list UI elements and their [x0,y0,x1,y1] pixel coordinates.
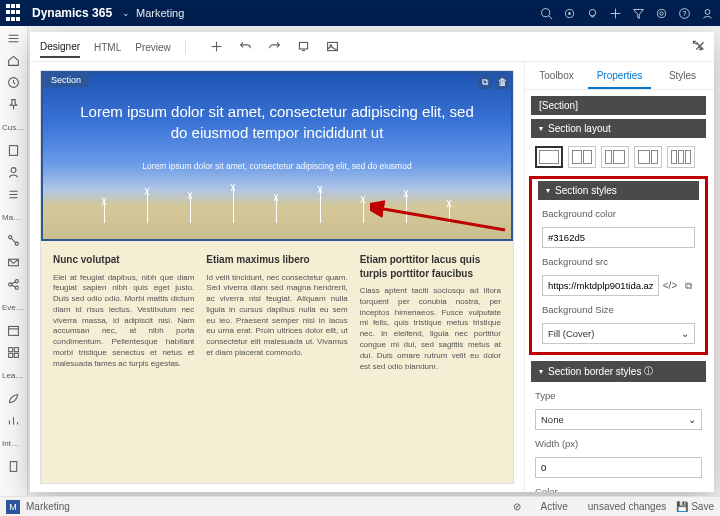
app-topbar: Dynamics 365 ⌄ Marketing ? [0,0,720,26]
leaf-icon[interactable] [7,392,20,405]
flow-icon[interactable] [7,234,20,247]
svg-point-25 [9,283,12,286]
bg-color-input[interactable] [542,227,695,248]
layout-3col[interactable] [667,146,695,168]
svg-rect-28 [9,326,19,335]
svg-point-26 [15,280,18,283]
col1-heading: Nunc volutpat [53,253,194,267]
tab-designer[interactable]: Designer [40,41,80,58]
bg-color-label: Background color [542,208,695,219]
copy-icon[interactable]: ⧉ [478,75,492,89]
device-icon[interactable] [297,40,310,53]
tab-html[interactable]: HTML [94,42,121,57]
section-tag: Section [43,73,89,87]
design-canvas[interactable]: Section ⧉ 🗑 Lorem ipsum dolor sit amet, … [40,70,514,484]
avatar-icon[interactable] [701,7,714,20]
person-icon[interactable] [7,166,20,179]
hero-subtitle: Lorem ipsum dolor sit amet, consectetur … [77,161,477,171]
module-badge[interactable]: M [6,500,20,514]
layout-2col[interactable] [568,146,596,168]
svg-point-8 [657,9,665,17]
pin-icon[interactable] [7,98,20,111]
target-icon[interactable] [563,7,576,20]
mail-icon[interactable] [7,256,20,269]
layout-2-1[interactable] [634,146,662,168]
grid-icon[interactable] [7,346,20,359]
chevron-down-icon[interactable]: ⌄ [122,8,130,18]
menu-icon[interactable] [7,32,20,45]
left-nav-rail: Cus… Ma… Eve… Lea… Int… [0,26,28,496]
list-icon[interactable] [7,188,20,201]
code-icon[interactable]: </> [663,279,677,293]
search-icon[interactable] [540,7,553,20]
save-button[interactable]: Save [691,501,714,512]
hero-section[interactable]: Section ⧉ 🗑 Lorem ipsum dolor sit amet, … [41,71,513,241]
layout-1col[interactable] [535,146,563,168]
rail-group-int: Int… [0,436,19,451]
bg-size-value: Fill (Cover) [548,328,594,339]
bg-size-label: Background Size [542,304,695,315]
column-1: Nunc volutpat Elei at feugiat dapibus, n… [53,253,194,471]
unsaved-text: unsaved changes [588,501,666,512]
rail-group-eve: Eve… [0,300,24,315]
book-icon[interactable] [7,144,20,157]
share-icon[interactable] [7,278,20,291]
border-width-label: Width (px) [535,438,702,449]
border-width-input[interactable] [535,457,702,478]
svg-rect-37 [10,462,17,472]
plus-icon[interactable] [609,7,622,20]
copy-icon[interactable]: ⧉ [681,279,695,293]
status-text: Active [541,501,568,512]
bg-size-select[interactable]: Fill (Cover) ⌄ [542,323,695,344]
properties-scroll[interactable]: [Section] Section layout Section styles … [525,90,714,492]
col3-heading: Etiam porttitor lacus quis turpis portti… [360,253,501,280]
border-type-label: Type [535,390,702,401]
tab-preview[interactable]: Preview [135,42,171,57]
add-icon[interactable] [210,40,223,53]
waffle-icon[interactable] [6,4,24,22]
col3-body: Class aptent taciti sociosqu ad litora t… [360,286,501,372]
image-icon[interactable] [326,40,339,53]
clock-icon[interactable] [7,76,20,89]
help-icon[interactable]: ? [678,7,691,20]
highlighted-section-styles: Section styles Background color Backgrou… [529,176,708,355]
calendar-icon[interactable] [7,324,20,337]
group-border-styles[interactable]: Section border styles ⓘ [531,361,706,382]
home-icon[interactable] [7,54,20,67]
properties-panel: Toolbox Properties Styles [Section] Sect… [524,62,714,492]
brand-label: Dynamics 365 [32,6,112,20]
delete-icon[interactable]: 🗑 [495,75,509,89]
info-icon[interactable]: ⓘ [644,365,653,378]
tab-properties[interactable]: Properties [588,62,651,89]
filter-icon[interactable] [632,7,645,20]
bg-src-input[interactable] [542,275,659,296]
undo-icon[interactable] [239,40,252,53]
save-icon[interactable]: 💾 [676,501,688,512]
svg-point-9 [660,11,663,14]
redo-icon[interactable] [268,40,281,53]
group-section-styles[interactable]: Section styles [538,181,699,200]
svg-text:?: ? [683,9,687,16]
svg-rect-30 [9,348,13,352]
border-type-select[interactable]: None ⌄ [535,409,702,430]
status-icon: ⊘ [513,501,521,512]
doc-icon[interactable] [7,460,20,473]
svg-rect-32 [9,353,13,357]
hero-title: Lorem ipsum dolor sit amet, consectetur … [77,101,477,143]
col2-body: Id velit tincidunt, nec consectetur quam… [206,273,347,359]
tab-toolbox[interactable]: Toolbox [525,62,588,89]
border-type-value: None [541,414,564,425]
layout-1-2[interactable] [601,146,629,168]
svg-line-1 [549,15,552,18]
tab-styles[interactable]: Styles [651,62,714,89]
group-section-layout[interactable]: Section layout [531,119,706,138]
designer-modal: ✕ Designer HTML Preview Section ⧉ 🗑 [30,32,714,492]
text-columns[interactable]: Nunc volutpat Elei at feugiat dapibus, n… [41,241,513,483]
gear-icon[interactable] [655,7,668,20]
close-icon[interactable]: ✕ [694,38,706,54]
rail-group-ma: Ma… [0,210,21,225]
svg-point-18 [11,168,16,173]
chart-icon[interactable] [7,414,20,427]
bulb-icon[interactable] [586,7,599,20]
col1-body: Elei at feugiat dapibus, nibh que diam f… [53,273,194,370]
